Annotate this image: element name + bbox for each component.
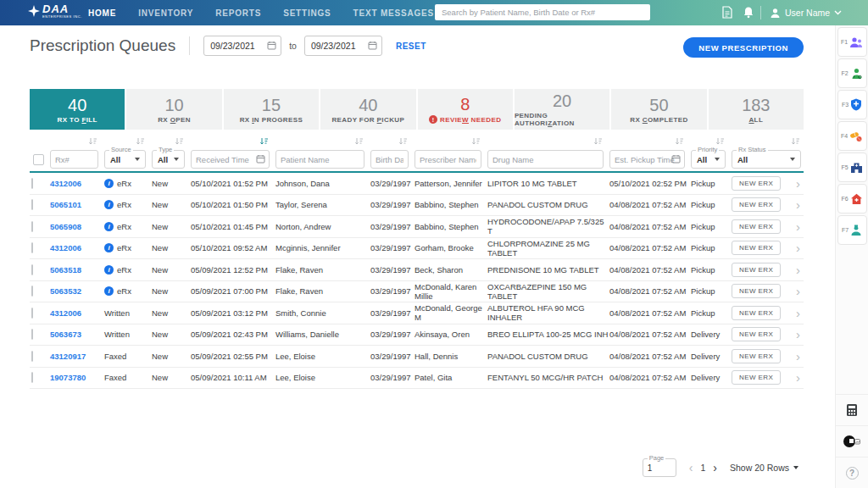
row-checkbox[interactable] [31, 178, 33, 189]
info-icon[interactable]: i [104, 286, 114, 296]
row-chevron-icon[interactable]: › [786, 350, 804, 363]
row-checkbox[interactable] [31, 242, 33, 253]
rx-number-link[interactable]: 5063532 [50, 286, 81, 296]
queue-tab-rx-to-fill[interactable]: 40 RX TO FILL [30, 89, 125, 130]
filter-priority-select[interactable]: Priority All [691, 150, 726, 169]
reset-button[interactable]: RESET [396, 42, 426, 51]
filter-received-time-input[interactable] [191, 150, 270, 169]
sort-icon[interactable] [398, 137, 408, 146]
row-chevron-icon[interactable]: › [786, 328, 804, 341]
row-chevron-icon[interactable]: › [786, 371, 804, 384]
shortcut-f6-facility[interactable]: F6 [837, 184, 867, 214]
table-row[interactable]: 5063518 ieRx New 05/09/2021 12:52 PM Fla… [30, 259, 804, 281]
shortcut-f4-drugs[interactable]: F4 [837, 121, 867, 151]
row-checkbox[interactable] [31, 264, 33, 275]
next-page-icon[interactable]: › [713, 461, 717, 474]
row-checkbox[interactable] [31, 372, 33, 383]
page-number-input[interactable] [643, 459, 676, 476]
rx-number-link[interactable]: 5063518 [50, 265, 81, 274]
notifications-bell-icon[interactable] [743, 6, 754, 22]
queue-tab-ready-for-pickup[interactable]: 40 READY FOR PICKUP [320, 89, 415, 130]
filter-rx-status-select[interactable]: Rx Status All [732, 150, 801, 169]
row-checkbox[interactable] [31, 221, 33, 232]
info-icon[interactable]: i [104, 179, 114, 188]
sort-icon[interactable] [136, 137, 145, 146]
queue-tab-rx-completed[interactable]: 50 RX COMPLETED [611, 89, 706, 130]
nav-item-text-messages[interactable]: TEXT MESSAGES [353, 8, 434, 18]
rx-number-link[interactable]: 43120917 [50, 352, 86, 361]
filter-patient-name-input[interactable] [275, 150, 364, 169]
rx-number-link[interactable]: 4312006 [50, 179, 81, 188]
sort-icon[interactable] [471, 137, 481, 146]
sort-icon-active[interactable] [259, 137, 269, 146]
new-prescription-button[interactable]: NEW PRESCRIPTION [683, 37, 804, 58]
table-row[interactable]: 43120917 Faxed New 05/09/2021 02:55 PM L… [30, 346, 804, 368]
info-icon[interactable]: i [104, 243, 114, 252]
table-row[interactable]: 19073780 Faxed New 05/09/2021 10:11 AM L… [30, 368, 804, 390]
row-chevron-icon[interactable]: › [786, 241, 804, 254]
filter-prescriber-name-input[interactable] [415, 150, 481, 169]
calculator-button[interactable] [836, 394, 868, 425]
row-chevron-icon[interactable]: › [786, 285, 804, 297]
queue-tab-pending-authorization[interactable]: 20 PENDING AUTHORIZATION [515, 89, 609, 130]
widget-logo-button[interactable] [836, 425, 868, 457]
help-button[interactable]: ? [836, 457, 868, 488]
user-menu[interactable]: User Name [770, 0, 842, 25]
row-chevron-icon[interactable]: › [786, 198, 804, 211]
queue-tab-rx-open[interactable]: 10 RX OPEN [126, 89, 221, 130]
rx-number-link[interactable]: 5065101 [50, 200, 81, 209]
rx-number-link[interactable]: 4312006 [50, 243, 81, 252]
nav-item-inventory[interactable]: INVENTORY [138, 8, 193, 18]
search-input[interactable] [435, 4, 650, 20]
shortcut-f7-pharmacist[interactable]: F7 [837, 215, 867, 245]
select-all-checkbox[interactable] [33, 154, 44, 165]
row-chevron-icon[interactable]: › [786, 177, 804, 190]
row-checkbox[interactable] [31, 308, 33, 319]
filter-pickup-time-input[interactable] [609, 150, 685, 169]
nav-item-reports[interactable]: REPORTS [215, 8, 261, 18]
row-checkbox[interactable] [31, 329, 33, 340]
row-checkbox[interactable] [31, 286, 33, 297]
row-checkbox[interactable] [31, 351, 33, 362]
rx-document-icon[interactable] [721, 6, 733, 22]
queue-tab-review-needed[interactable]: 8 ! REVIEW NEEDED [418, 89, 513, 130]
filter-birth-date-input[interactable] [370, 150, 409, 169]
rx-number-link[interactable]: 4312006 [50, 308, 81, 318]
table-row[interactable]: 4312006 ieRx New 05/10/2021 01:52 PM Joh… [30, 173, 804, 195]
sort-icon[interactable] [593, 137, 603, 146]
rx-number-link[interactable]: 19073780 [50, 373, 86, 382]
filter-type-select[interactable]: Type All [152, 150, 185, 169]
sort-icon[interactable] [791, 137, 800, 146]
table-row[interactable]: 4312006 ieRx New 05/10/2021 09:52 AM Mcg… [30, 238, 804, 260]
date-to-input[interactable] [304, 36, 382, 56]
row-chevron-icon[interactable]: › [786, 307, 804, 319]
sort-icon[interactable] [88, 137, 97, 146]
date-from-input[interactable] [203, 36, 281, 56]
table-row[interactable]: 5063532 ieRx New 05/09/2021 07:00 PM Fla… [30, 281, 804, 303]
info-icon[interactable]: i [104, 265, 114, 274]
brand-logo[interactable]: DAA ENTERPRISES INC. [28, 3, 82, 19]
shortcut-f3-insurance[interactable]: F3 [837, 90, 867, 119]
info-icon[interactable]: i [104, 222, 114, 231]
table-row[interactable]: 5063673 Written New 05/09/2021 02:43 PM … [30, 324, 804, 347]
sort-icon[interactable] [715, 137, 725, 146]
sort-icon[interactable] [354, 137, 364, 146]
shortcut-f2-prescriber[interactable]: F2 [837, 58, 867, 88]
filter-rx-input[interactable] [50, 150, 98, 169]
table-row[interactable]: 5065101 ieRx New 05/10/2021 01:50 PM Tay… [30, 195, 804, 217]
filter-drug-name-input[interactable] [487, 150, 604, 169]
shortcut-f5-pharmacy[interactable]: F5 [837, 152, 867, 182]
queue-tab-rx-in-progress[interactable]: 15 RX IN PROGRESS [224, 89, 319, 130]
table-row[interactable]: 5065908 ieRx New 05/10/2021 01:45 PM Nor… [30, 216, 804, 238]
table-row[interactable]: 4312006 Written New 05/09/2021 03:12 PM … [30, 302, 804, 324]
rows-per-page-select[interactable]: Show 20 Rows [730, 463, 798, 473]
row-chevron-icon[interactable]: › [786, 220, 804, 233]
nav-item-settings[interactable]: SETTINGS [283, 8, 331, 18]
nav-item-home[interactable]: HOME [88, 8, 116, 18]
sort-icon[interactable] [675, 137, 684, 146]
info-icon[interactable]: i [104, 200, 114, 209]
sort-icon[interactable] [175, 137, 184, 146]
shortcut-f1-patients[interactable]: F1 [837, 27, 867, 57]
rx-number-link[interactable]: 5063673 [50, 330, 81, 339]
row-checkbox[interactable] [31, 199, 33, 210]
